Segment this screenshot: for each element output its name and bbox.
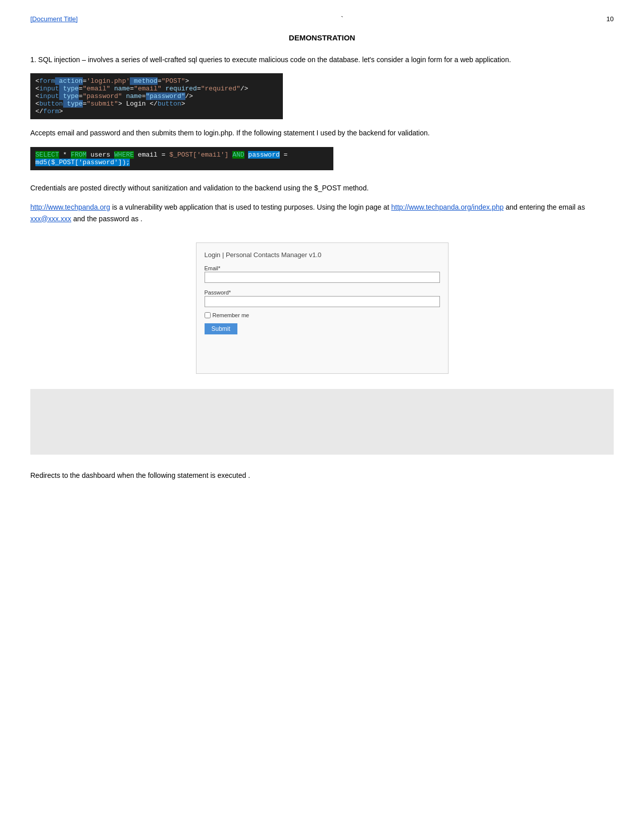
link-techpanda-index[interactable]: http://www.techpanda.org/index.php (391, 203, 504, 211)
sql-line-2: md5($_POST['password']); (35, 159, 328, 166)
login-form-screenshot: Login | Personal Contacts Manager v1.0 E… (196, 242, 449, 374)
doc-title: [Document Title] (30, 15, 78, 23)
code-line-4: <button type="submit"> Login </button> (35, 100, 278, 108)
screenshot-container: Login | Personal Contacts Manager v1.0 E… (30, 232, 614, 384)
password-label: Password* (205, 289, 231, 296)
para3: Credentials are posted directly without … (30, 182, 614, 193)
gray-area (30, 389, 614, 455)
intro-paragraph: 1. SQL injection – involves a series of … (30, 54, 614, 65)
para4-text2: is a vulnerability web application that … (110, 203, 391, 211)
code-line-5: </form> (35, 108, 278, 115)
bottom-paragraph: Redirects to the dashboard when the foll… (30, 470, 614, 481)
email-input-screenshot (205, 272, 440, 283)
form-screenshot-title: Login | Personal Contacts Manager v1.0 (205, 251, 440, 259)
para4-text3: and entering the email as (504, 203, 585, 211)
bottom-section: Redirects to the dashboard when the foll… (30, 470, 614, 481)
sql-code-block: SELECT * FROM users WHERE email = $_POST… (30, 147, 333, 170)
section-heading: DEMONSTRATION (30, 33, 614, 42)
page-header: [Document Title] ` 10 (30, 15, 614, 23)
para2: Accepts email and password and then subm… (30, 127, 614, 138)
sql-line-1: SELECT * FROM users WHERE email = $_POST… (35, 151, 328, 159)
para4-text4: and the password as . (71, 215, 142, 223)
remember-row: Remember me (205, 312, 440, 318)
password-input-screenshot (205, 296, 440, 307)
remember-label: Remember me (213, 312, 250, 318)
email-label: Email* (205, 265, 221, 271)
code-line-1: <form action='login.php' method="POST"> (35, 77, 278, 85)
page-number: 10 (607, 15, 614, 23)
html-code-block: <form action='login.php' method="POST"> … (30, 73, 283, 119)
para4: http://www.techpanda.org is a vulnerabil… (30, 202, 614, 224)
code-line-3: <input type="password" name="password"/> (35, 92, 278, 100)
backtick: ` (341, 15, 343, 23)
submit-button-screenshot[interactable]: Submit (205, 323, 237, 334)
remember-checkbox[interactable] (205, 312, 211, 318)
code-line-2: <input type="email" name="email" require… (35, 85, 278, 92)
link-email[interactable]: xxx@xxx.xxx (30, 215, 71, 223)
link-techpanda[interactable]: http://www.techpanda.org (30, 203, 110, 211)
